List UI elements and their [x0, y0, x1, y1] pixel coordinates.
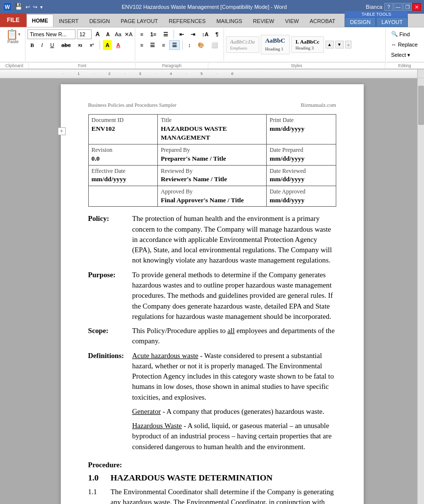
- superscript-btn[interactable]: x²: [87, 40, 97, 50]
- text-highlight-btn[interactable]: A: [103, 40, 112, 50]
- styles-scroll-down[interactable]: ▼: [335, 41, 344, 48]
- restore-button[interactable]: ❐: [403, 3, 412, 11]
- date-reviewed-value: mm/dd/yyyy: [270, 175, 332, 184]
- multilevel-btn[interactable]: ☰: [160, 29, 171, 39]
- line-spacing-btn[interactable]: ↕: [185, 40, 194, 50]
- minimize-button[interactable]: —: [394, 3, 402, 11]
- strikethrough-btn[interactable]: abc: [58, 40, 74, 50]
- paste-dropdown[interactable]: ▾: [18, 32, 21, 37]
- def2-text: - A company that produces (generates) ha…: [161, 408, 324, 415]
- font-name-input[interactable]: [27, 29, 75, 39]
- tab-file[interactable]: FILE: [0, 13, 26, 27]
- section-1-1: 1.1 The Environmental Coordinator shall …: [88, 487, 336, 504]
- underline-btn[interactable]: U: [47, 40, 57, 50]
- quick-access-redo[interactable]: ↪: [33, 4, 37, 10]
- style-emphasis[interactable]: AaBbCcDaEmphasis: [226, 36, 259, 53]
- editing-label: Editing: [385, 62, 424, 69]
- reviewed-by-label: Reviewed By: [161, 167, 263, 175]
- header-right: Bizmanualz.com: [301, 102, 336, 109]
- style-heading1[interactable]: AaBbCHeading 1: [261, 35, 290, 54]
- show-marks-btn[interactable]: ¶: [212, 29, 221, 39]
- tab-mailings[interactable]: MAILINGS: [211, 15, 248, 27]
- tab-home[interactable]: HOME: [26, 14, 53, 27]
- tab-acrobat[interactable]: ACROBAT: [304, 15, 341, 27]
- select-btn[interactable]: Select ▾: [389, 50, 420, 60]
- tab-references[interactable]: REFERENCES: [163, 15, 211, 27]
- paragraph-label: Paragraph: [135, 62, 208, 69]
- table-cell: Revision 0.0: [88, 144, 157, 165]
- scroll-bar-right[interactable]: [417, 78, 424, 504]
- print-date-value: mm/dd/yyyy: [270, 124, 332, 134]
- shading-btn[interactable]: 🎨: [195, 40, 207, 50]
- s11-text: The Environmental Coordinator shall dete…: [111, 487, 336, 504]
- tab-table-design[interactable]: DESIGN: [345, 17, 376, 27]
- table-cell: Prepared By Preparer's Name / Title: [157, 144, 266, 165]
- clear-format-btn[interactable]: ✕A: [124, 29, 133, 39]
- close-button[interactable]: ✕: [412, 3, 421, 11]
- definitions-content: Acute hazardous waste - Waste considered…: [132, 351, 336, 456]
- font-color-btn[interactable]: A: [113, 40, 123, 50]
- find-btn[interactable]: 🔍 Find: [389, 29, 420, 39]
- tab-view[interactable]: VIEW: [280, 15, 304, 27]
- tab-review[interactable]: REVIEW: [248, 15, 279, 27]
- purpose-text: To provide general methods to determine …: [132, 270, 336, 322]
- scope-text: This Policy/Procedure applies to all emp…: [132, 326, 336, 347]
- clipboard-group: 📋 ▾ Paste: [1, 28, 25, 61]
- definitions-label: Definitions:: [88, 351, 132, 456]
- date-prepared-label: Date Prepared: [270, 146, 332, 154]
- tab-page-layout[interactable]: PAGE LAYOUT: [115, 15, 163, 27]
- font-size-input[interactable]: [77, 29, 92, 39]
- eff-date-label: Effective Date: [92, 167, 154, 175]
- table-row: Document ID ENV102 Title HAZARDOUS WASTE…: [88, 114, 336, 144]
- decrease-font-btn[interactable]: A: [103, 29, 112, 39]
- paste-button[interactable]: 📋: [6, 29, 18, 39]
- ruler: ·1·2·3·4·5·6: [0, 70, 424, 78]
- date-approved-value: mm/dd/yyyy: [270, 196, 332, 205]
- justify-btn[interactable]: ☰: [169, 40, 180, 50]
- change-case-btn[interactable]: Aa: [114, 29, 123, 39]
- eff-date-value: mm/dd/yyyy: [92, 175, 154, 184]
- subscript-btn[interactable]: x₂: [75, 40, 85, 50]
- purpose-label: Purpose:: [88, 270, 132, 322]
- numbering-btn[interactable]: 1≡: [147, 29, 159, 39]
- increase-indent-btn[interactable]: ⇥: [188, 29, 198, 39]
- borders-btn[interactable]: ⬜: [208, 40, 221, 50]
- bullets-btn[interactable]: ≡: [137, 29, 146, 39]
- def1-term: Acute hazardous waste: [132, 352, 199, 360]
- align-left-btn[interactable]: ≡: [137, 40, 146, 50]
- page-header: Business Policies and Procedures Sampler…: [88, 102, 336, 109]
- print-date-label: Print Date: [270, 116, 332, 124]
- style-heading3[interactable]: I. AaBbCcHeading 3: [291, 36, 324, 53]
- increase-font-btn[interactable]: A: [93, 29, 102, 39]
- tab-insert[interactable]: INSERT: [53, 15, 84, 27]
- def3-term: Hazardous Waste: [132, 422, 182, 430]
- reviewed-by-value: Reviewer's Name / Title: [161, 175, 263, 184]
- tab-design[interactable]: DESIGN: [84, 15, 115, 27]
- add-paragraph-btn[interactable]: +: [58, 127, 66, 135]
- styles-scroll-up[interactable]: ▲: [325, 41, 334, 48]
- h1-title: HAZARDOUS WASTE DETERMINATION: [111, 472, 273, 484]
- purpose-section: Purpose: To provide general methods to d…: [88, 270, 336, 322]
- toolbar-row1: 📋 ▾ Paste A A Aa ✕A B I U abc x₂ x² A A: [0, 27, 424, 62]
- quick-access-save[interactable]: 💾: [15, 3, 23, 11]
- help-button[interactable]: ?: [384, 3, 393, 11]
- sort-btn[interactable]: ↕A: [199, 29, 211, 39]
- quick-access-undo[interactable]: ↩: [25, 4, 30, 10]
- scroll-bar-top[interactable]: [417, 70, 424, 78]
- heading-1: 1.0 HAZARDOUS WASTE DETERMINATION: [88, 472, 336, 484]
- header-left: Business Policies and Procedures Sampler: [88, 102, 177, 109]
- align-center-btn[interactable]: ☰: [147, 40, 158, 50]
- decrease-indent-btn[interactable]: ⇤: [176, 29, 187, 39]
- tab-table-layout[interactable]: LAYOUT: [376, 17, 408, 27]
- contextual-header-label: TABLE TOOLS: [345, 11, 408, 17]
- italic-btn[interactable]: I: [38, 40, 46, 50]
- font-label: Font: [28, 62, 135, 69]
- word-icon: W: [3, 2, 12, 11]
- styles-label: Styles: [208, 62, 385, 69]
- scroll-thumb[interactable]: [418, 86, 424, 125]
- styles-more[interactable]: ⬦: [345, 41, 351, 48]
- bold-btn[interactable]: B: [27, 40, 37, 50]
- user-name: Bianca: [366, 4, 382, 10]
- replace-btn[interactable]: ↔ Replace: [389, 40, 420, 49]
- align-right-btn[interactable]: ≡: [159, 40, 168, 50]
